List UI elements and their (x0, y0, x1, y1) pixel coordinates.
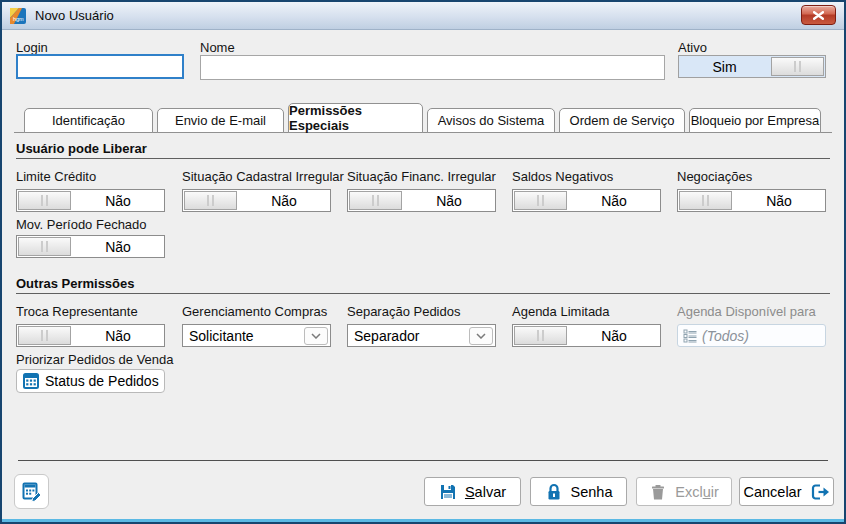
toggle-thumb (18, 326, 71, 345)
exit-icon (810, 483, 830, 501)
toggle-thumb (18, 237, 71, 256)
status-pedidos-button[interactable]: Status de Pedidos (16, 369, 165, 393)
mov-periodo-toggle[interactable]: Não (16, 235, 165, 258)
close-button[interactable] (801, 5, 836, 25)
toggle-thumb (18, 191, 71, 210)
toggle-thumb (514, 326, 567, 345)
grip-icon (41, 241, 48, 252)
nome-input[interactable] (200, 55, 665, 80)
nome-label: Nome (200, 40, 235, 55)
limite-credito-toggle[interactable]: Não (16, 189, 165, 212)
limite-credito-label: Limite Crédito (16, 169, 96, 184)
tab-avisos-sistema[interactable]: Avisos do Sistema (427, 108, 555, 133)
troca-representante-label: Troca Representante (16, 304, 138, 319)
saldos-negativos-toggle[interactable]: Não (512, 189, 661, 212)
tab-identificacao[interactable]: Identificação (24, 108, 153, 133)
save-icon (439, 483, 457, 501)
situacao-cadastral-label: Situação Cadastral Irregular (182, 169, 344, 184)
mov-periodo-label: Mov. Período Fechado (16, 217, 147, 232)
grip-icon (372, 195, 379, 206)
ativo-toggle-value: Sim (679, 59, 770, 75)
situacao-cadastral-toggle[interactable]: Não (182, 189, 331, 212)
grid-icon (23, 373, 39, 389)
list-icon (683, 329, 697, 343)
agenda-disponivel-field: (Todos) (677, 324, 826, 347)
salvar-button[interactable]: Salvar (424, 477, 521, 506)
grip-icon (537, 195, 544, 206)
tab-permissoes-especiais[interactable]: Permissões Especiais (288, 103, 423, 133)
toggle-thumb (184, 191, 237, 210)
section-rule (16, 158, 830, 159)
titlebar[interactable]: hgm Novo Usuário (2, 2, 844, 30)
ativo-label: Ativo (678, 40, 707, 55)
gerenciamento-compras-select[interactable]: Solicitante (182, 324, 331, 347)
separacao-pedidos-label: Separação Pedidos (347, 304, 460, 319)
grip-icon (207, 195, 214, 206)
cancelar-button[interactable]: Cancelar (739, 477, 834, 506)
app-logo-icon: hgm (10, 8, 26, 24)
dialog-content: Login Nome Ativo Sim Identificação Envio… (2, 30, 844, 522)
grip-icon (794, 61, 801, 72)
toggle-thumb (679, 191, 732, 210)
trash-icon (649, 483, 667, 501)
saldos-negativos-label: Saldos Negativos (512, 169, 613, 184)
table-edit-icon (21, 481, 43, 503)
situacao-financ-label: Situação Financ. Irregular (347, 169, 496, 184)
tab-envio-email[interactable]: Envio de E-mail (157, 108, 284, 133)
grip-icon (702, 195, 709, 206)
toggle-thumb (349, 191, 402, 210)
tab-ordem-servico[interactable]: Ordem de Serviço (559, 108, 685, 133)
negociacoes-label: Negociações (677, 169, 752, 184)
chevron-down-icon (304, 327, 328, 345)
grip-icon (537, 330, 544, 341)
toggle-thumb (771, 57, 824, 76)
login-input[interactable] (16, 54, 184, 79)
agenda-disponivel-label: Agenda Disponível para (677, 304, 816, 319)
svg-text:hgm: hgm (13, 16, 24, 22)
tab-bloqueio-empresa[interactable]: Bloqueio por Empresa (689, 108, 821, 133)
priorizar-pedidos-label: Priorizar Pedidos de Venda (16, 352, 174, 367)
agenda-limitada-label: Agenda Limitada (512, 304, 610, 319)
senha-button[interactable]: Senha (530, 477, 627, 506)
chevron-down-icon (469, 327, 493, 345)
gerenciamento-compras-label: Gerenciamento Compras (182, 304, 327, 319)
grip-icon (41, 195, 48, 206)
ativo-toggle[interactable]: Sim (678, 55, 826, 78)
negociacoes-toggle[interactable]: Não (677, 189, 826, 212)
troca-representante-toggle[interactable]: Não (16, 324, 165, 347)
dialog-novo-usuario: hgm Novo Usuário Login Nome Ativo Sim Id… (0, 0, 846, 524)
window-title: Novo Usuário (35, 8, 114, 23)
tabstrip: Identificação Envio de E-mail Permissões… (14, 102, 832, 133)
section-rule (16, 293, 830, 294)
excluir-button[interactable]: Excluir (636, 477, 732, 506)
lock-icon (545, 483, 563, 501)
edit-grid-button[interactable] (14, 474, 49, 509)
toggle-thumb (514, 191, 567, 210)
login-label: Login (16, 40, 48, 55)
section-title-outras: Outras Permissões (16, 276, 135, 291)
footer-separator (18, 460, 828, 461)
separacao-pedidos-select[interactable]: Separador (347, 324, 496, 347)
grip-icon (41, 330, 48, 341)
section-title-liberar: Usuário pode Liberar (16, 141, 147, 156)
agenda-limitada-toggle[interactable]: Não (512, 324, 661, 347)
situacao-financ-toggle[interactable]: Não (347, 189, 496, 212)
